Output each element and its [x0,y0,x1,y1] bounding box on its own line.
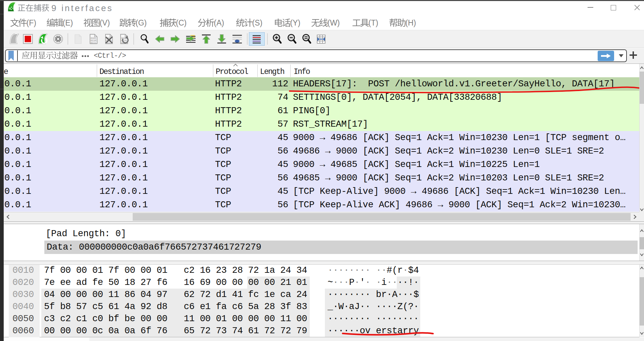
svg-text:0111: 0111 [91,42,96,44]
